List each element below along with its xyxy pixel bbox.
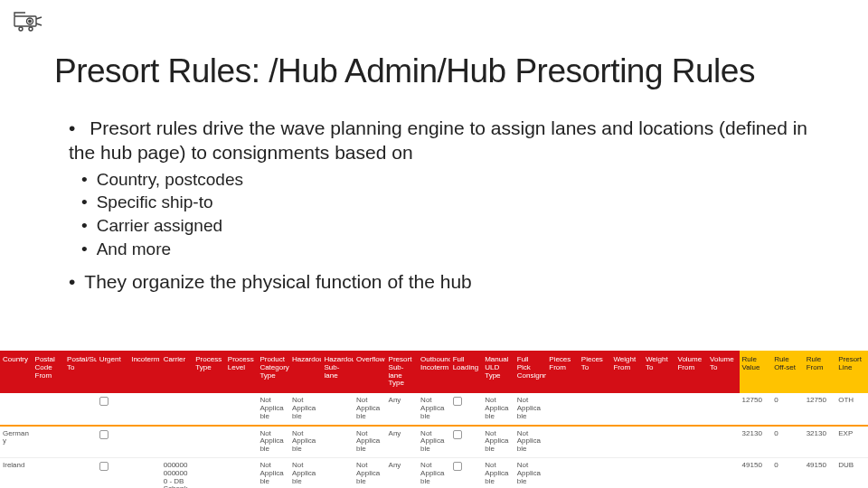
sub-bullet-list: Country, postcodes Specific ship-to Carr… xyxy=(69,169,814,261)
sub-bullet: Country, postcodes xyxy=(81,169,814,192)
table-cell: Not Applicable xyxy=(289,426,322,458)
table-header: Postal Code From xyxy=(33,351,65,393)
bullet-main-2: They organize the physical function of t… xyxy=(69,269,814,294)
table-cell xyxy=(450,393,483,425)
table-header: Carrier xyxy=(161,351,193,393)
table-header: Rule From xyxy=(804,351,836,393)
table-cell xyxy=(610,457,643,488)
table-cell: DUB xyxy=(835,457,868,488)
table-cell xyxy=(707,426,740,458)
table-cell xyxy=(193,457,225,488)
table-cell xyxy=(33,457,65,488)
table-header: Outbound Incoterm xyxy=(418,351,450,393)
table-cell xyxy=(64,457,97,488)
table-cell: Not Applicable xyxy=(354,426,386,458)
table-cell xyxy=(321,426,354,458)
table-cell: Any xyxy=(386,457,419,488)
table-cell xyxy=(579,457,611,488)
table-cell: 49150 xyxy=(804,457,836,488)
table-cell xyxy=(546,426,579,458)
table-cell xyxy=(675,426,707,458)
table-cell: OTH xyxy=(835,393,868,425)
table-header: Pieces To xyxy=(579,351,611,393)
table-header: Volume From xyxy=(675,351,707,393)
table-cell xyxy=(579,393,611,425)
table-cell: Not Applicable xyxy=(354,457,386,488)
table-cell: Not Applicable xyxy=(514,393,547,425)
table-cell: Not Applicable xyxy=(514,426,547,458)
svg-point-3 xyxy=(19,27,23,31)
table-cell: Not Applicable xyxy=(257,457,289,488)
table-cell: 49150 xyxy=(740,457,772,488)
table-header: Weight From xyxy=(610,351,643,393)
table-cell xyxy=(128,457,161,488)
table-header: Urgent xyxy=(97,351,129,393)
table-cell xyxy=(321,393,354,425)
table-cell: 0 xyxy=(771,426,804,458)
table-header: Process Level xyxy=(225,351,258,393)
table-cell xyxy=(546,393,579,425)
table-cell: Not Applicable xyxy=(482,393,514,425)
table-cell: Not Applicable xyxy=(482,457,514,488)
table-cell xyxy=(33,393,65,425)
table-cell xyxy=(225,426,258,458)
svg-point-2 xyxy=(29,20,31,22)
table-header: Weight To xyxy=(643,351,675,393)
table-cell xyxy=(450,426,483,458)
table-cell xyxy=(546,457,579,488)
table-cell xyxy=(33,426,65,458)
checkbox-icon xyxy=(99,462,108,471)
table-header: Overflow xyxy=(354,351,386,393)
table-cell: 0 xyxy=(771,457,804,488)
table-cell: Not Applicable xyxy=(257,426,289,458)
table-cell: Germany xyxy=(0,426,33,458)
checkbox-icon xyxy=(99,430,108,439)
checkbox-icon xyxy=(453,462,462,471)
table-header: Rule Value xyxy=(740,351,772,393)
table-header: Presort Line xyxy=(835,351,868,393)
table-cell xyxy=(225,457,258,488)
presort-rules-table: CountryPostal Code FromPostal/Sub ToUrge… xyxy=(0,351,868,488)
table-header: Rule Off-set xyxy=(771,351,804,393)
checkbox-icon xyxy=(99,397,108,406)
table-header: Process Type xyxy=(193,351,225,393)
table-cell: Not Applicable xyxy=(257,393,289,425)
table-cell: Not Applicable xyxy=(418,426,450,458)
table-cell xyxy=(450,457,483,488)
table-cell xyxy=(64,426,97,458)
table-cell xyxy=(97,426,129,458)
table-cell: Not Applicable xyxy=(418,393,450,425)
table-cell xyxy=(643,457,675,488)
table-cell xyxy=(707,393,740,425)
bullet-main-1: Presort rules drive the wave planning en… xyxy=(69,116,814,260)
table-header: Postal/Sub To xyxy=(64,351,97,393)
table-cell xyxy=(97,393,129,425)
sub-bullet: Carrier assigned xyxy=(81,215,814,238)
table-header: Full Loading xyxy=(450,351,483,393)
table-cell xyxy=(321,457,354,488)
table-cell: 32130 xyxy=(804,426,836,458)
table-header: Product Category Type xyxy=(257,351,289,393)
table-header: Hazardous xyxy=(289,351,322,393)
table-cell: Not Applicable xyxy=(354,393,386,425)
table-cell: 0 xyxy=(771,393,804,425)
table-header: Pieces From xyxy=(546,351,579,393)
table-row: Not ApplicableNot ApplicableNot Applicab… xyxy=(0,393,868,425)
table-cell: Any xyxy=(386,393,419,425)
table-cell: 12750 xyxy=(740,393,772,425)
table-cell xyxy=(193,393,225,425)
table-cell xyxy=(64,393,97,425)
table-cell: Ireland xyxy=(0,457,33,488)
sub-bullet: And more xyxy=(81,239,814,261)
table-cell: 12750 xyxy=(804,393,836,425)
table-cell: Not Applicable xyxy=(289,393,322,425)
checkbox-icon xyxy=(453,430,462,439)
table-header: Manual ULD Type xyxy=(482,351,514,393)
table-cell: Any xyxy=(386,426,419,458)
table-cell: Not Applicable xyxy=(418,457,450,488)
table-row: GermanyNot ApplicableNot ApplicableNot A… xyxy=(0,426,868,458)
slide-title: Presort Rules: /Hub Admin/Hub Presorting… xyxy=(54,52,814,90)
projector-icon xyxy=(13,9,43,38)
checkbox-icon xyxy=(453,397,462,406)
table-header: Full Pick Consignment xyxy=(514,351,547,393)
